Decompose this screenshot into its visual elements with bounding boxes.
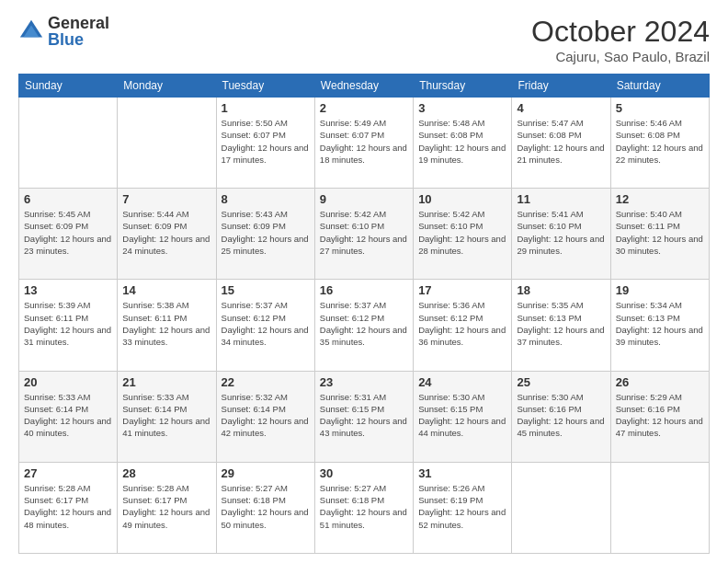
day-info: Sunrise: 5:33 AMSunset: 6:14 PMDaylight:… bbox=[122, 391, 210, 440]
day-info: Sunrise: 5:50 AMSunset: 6:07 PMDaylight:… bbox=[222, 117, 310, 166]
day-number: 29 bbox=[222, 466, 310, 480]
week-row-4: 20 Sunrise: 5:33 AMSunset: 6:14 PMDaylig… bbox=[19, 371, 710, 462]
logo-icon bbox=[18, 18, 44, 44]
day-number: 24 bbox=[418, 375, 506, 389]
calendar-cell: 12 Sunrise: 5:40 AMSunset: 6:11 PMDaylig… bbox=[610, 189, 709, 280]
day-info: Sunrise: 5:27 AMSunset: 6:18 PMDaylight:… bbox=[222, 482, 310, 531]
calendar-cell: 10 Sunrise: 5:42 AMSunset: 6:10 PMDaylig… bbox=[414, 189, 512, 280]
day-info: Sunrise: 5:41 AMSunset: 6:10 PMDaylight:… bbox=[517, 208, 605, 257]
week-row-3: 13 Sunrise: 5:39 AMSunset: 6:11 PMDaylig… bbox=[19, 280, 710, 371]
month-title: October 2024 bbox=[531, 15, 710, 49]
day-info: Sunrise: 5:31 AMSunset: 6:15 PMDaylight:… bbox=[320, 391, 408, 440]
week-row-5: 27 Sunrise: 5:28 AMSunset: 6:17 PMDaylig… bbox=[19, 462, 710, 553]
day-info: Sunrise: 5:44 AMSunset: 6:09 PMDaylight:… bbox=[122, 208, 210, 257]
header-thursday: Thursday bbox=[414, 75, 512, 98]
day-info: Sunrise: 5:47 AMSunset: 6:08 PMDaylight:… bbox=[517, 117, 605, 166]
calendar-cell: 2 Sunrise: 5:49 AMSunset: 6:07 PMDayligh… bbox=[314, 98, 413, 189]
calendar-cell: 5 Sunrise: 5:46 AMSunset: 6:08 PMDayligh… bbox=[610, 98, 709, 189]
day-info: Sunrise: 5:37 AMSunset: 6:12 PMDaylight:… bbox=[320, 299, 408, 348]
calendar-cell: 16 Sunrise: 5:37 AMSunset: 6:12 PMDaylig… bbox=[314, 280, 413, 371]
calendar-cell: 8 Sunrise: 5:43 AMSunset: 6:09 PMDayligh… bbox=[216, 189, 314, 280]
day-number: 12 bbox=[616, 192, 704, 206]
logo-text: General Blue bbox=[48, 15, 109, 48]
header-saturday: Saturday bbox=[610, 75, 709, 98]
day-number: 3 bbox=[418, 101, 506, 115]
day-number: 26 bbox=[616, 375, 704, 389]
calendar-cell bbox=[512, 462, 610, 553]
title-block: October 2024 Cajuru, Sao Paulo, Brazil bbox=[531, 15, 710, 64]
calendar-cell: 20 Sunrise: 5:33 AMSunset: 6:14 PMDaylig… bbox=[19, 371, 118, 462]
weekday-header-row: Sunday Monday Tuesday Wednesday Thursday… bbox=[19, 75, 710, 98]
day-number: 1 bbox=[222, 101, 310, 115]
day-info: Sunrise: 5:40 AMSunset: 6:11 PMDaylight:… bbox=[616, 208, 704, 257]
day-number: 9 bbox=[320, 192, 408, 206]
calendar-cell: 11 Sunrise: 5:41 AMSunset: 6:10 PMDaylig… bbox=[512, 189, 610, 280]
calendar-cell bbox=[610, 462, 709, 553]
day-info: Sunrise: 5:38 AMSunset: 6:11 PMDaylight:… bbox=[122, 299, 210, 348]
day-info: Sunrise: 5:37 AMSunset: 6:12 PMDaylight:… bbox=[222, 299, 310, 348]
calendar-cell: 19 Sunrise: 5:34 AMSunset: 6:13 PMDaylig… bbox=[610, 280, 709, 371]
day-info: Sunrise: 5:34 AMSunset: 6:13 PMDaylight:… bbox=[616, 299, 704, 348]
day-number: 31 bbox=[418, 466, 506, 480]
calendar-cell: 25 Sunrise: 5:30 AMSunset: 6:16 PMDaylig… bbox=[512, 371, 610, 462]
day-number: 6 bbox=[24, 192, 112, 206]
header-friday: Friday bbox=[512, 75, 610, 98]
day-info: Sunrise: 5:28 AMSunset: 6:17 PMDaylight:… bbox=[24, 482, 112, 531]
calendar-cell: 6 Sunrise: 5:45 AMSunset: 6:09 PMDayligh… bbox=[19, 189, 118, 280]
day-info: Sunrise: 5:45 AMSunset: 6:09 PMDaylight:… bbox=[24, 208, 112, 257]
logo: General Blue bbox=[18, 15, 109, 48]
day-info: Sunrise: 5:29 AMSunset: 6:16 PMDaylight:… bbox=[616, 391, 704, 440]
header-tuesday: Tuesday bbox=[216, 75, 314, 98]
day-info: Sunrise: 5:48 AMSunset: 6:08 PMDaylight:… bbox=[418, 117, 506, 166]
calendar-cell: 23 Sunrise: 5:31 AMSunset: 6:15 PMDaylig… bbox=[314, 371, 413, 462]
calendar-cell: 24 Sunrise: 5:30 AMSunset: 6:15 PMDaylig… bbox=[414, 371, 512, 462]
calendar-cell bbox=[19, 98, 118, 189]
day-number: 10 bbox=[418, 192, 506, 206]
calendar-cell: 4 Sunrise: 5:47 AMSunset: 6:08 PMDayligh… bbox=[512, 98, 610, 189]
day-info: Sunrise: 5:30 AMSunset: 6:16 PMDaylight:… bbox=[517, 391, 605, 440]
week-row-1: 1 Sunrise: 5:50 AMSunset: 6:07 PMDayligh… bbox=[19, 98, 710, 189]
day-number: 18 bbox=[517, 283, 605, 297]
calendar-cell: 21 Sunrise: 5:33 AMSunset: 6:14 PMDaylig… bbox=[118, 371, 216, 462]
calendar-cell: 9 Sunrise: 5:42 AMSunset: 6:10 PMDayligh… bbox=[314, 189, 413, 280]
day-info: Sunrise: 5:35 AMSunset: 6:13 PMDaylight:… bbox=[517, 299, 605, 348]
header-wednesday: Wednesday bbox=[314, 75, 413, 98]
day-info: Sunrise: 5:28 AMSunset: 6:17 PMDaylight:… bbox=[122, 482, 210, 531]
day-info: Sunrise: 5:49 AMSunset: 6:07 PMDaylight:… bbox=[320, 117, 408, 166]
day-info: Sunrise: 5:27 AMSunset: 6:18 PMDaylight:… bbox=[320, 482, 408, 531]
calendar-cell: 15 Sunrise: 5:37 AMSunset: 6:12 PMDaylig… bbox=[216, 280, 314, 371]
day-number: 17 bbox=[418, 283, 506, 297]
calendar-table: Sunday Monday Tuesday Wednesday Thursday… bbox=[18, 74, 710, 554]
day-number: 30 bbox=[320, 466, 408, 480]
day-number: 16 bbox=[320, 283, 408, 297]
day-number: 23 bbox=[320, 375, 408, 389]
day-info: Sunrise: 5:36 AMSunset: 6:12 PMDaylight:… bbox=[418, 299, 506, 348]
header-sunday: Sunday bbox=[19, 75, 118, 98]
day-info: Sunrise: 5:30 AMSunset: 6:15 PMDaylight:… bbox=[418, 391, 506, 440]
day-number: 20 bbox=[24, 375, 112, 389]
calendar-cell: 13 Sunrise: 5:39 AMSunset: 6:11 PMDaylig… bbox=[19, 280, 118, 371]
day-number: 13 bbox=[24, 283, 112, 297]
day-info: Sunrise: 5:42 AMSunset: 6:10 PMDaylight:… bbox=[418, 208, 506, 257]
calendar-cell: 7 Sunrise: 5:44 AMSunset: 6:09 PMDayligh… bbox=[118, 189, 216, 280]
day-number: 8 bbox=[222, 192, 310, 206]
page-header: General Blue October 2024 Cajuru, Sao Pa… bbox=[18, 15, 710, 64]
day-info: Sunrise: 5:42 AMSunset: 6:10 PMDaylight:… bbox=[320, 208, 408, 257]
day-number: 25 bbox=[517, 375, 605, 389]
day-number: 7 bbox=[122, 192, 210, 206]
location: Cajuru, Sao Paulo, Brazil bbox=[531, 49, 710, 64]
day-info: Sunrise: 5:33 AMSunset: 6:14 PMDaylight:… bbox=[24, 391, 112, 440]
day-number: 27 bbox=[24, 466, 112, 480]
header-monday: Monday bbox=[118, 75, 216, 98]
logo-blue: Blue bbox=[48, 31, 109, 48]
calendar-cell: 17 Sunrise: 5:36 AMSunset: 6:12 PMDaylig… bbox=[414, 280, 512, 371]
day-number: 22 bbox=[222, 375, 310, 389]
calendar-cell: 22 Sunrise: 5:32 AMSunset: 6:14 PMDaylig… bbox=[216, 371, 314, 462]
day-number: 5 bbox=[616, 101, 704, 115]
logo-general: General bbox=[48, 15, 109, 31]
calendar-cell: 30 Sunrise: 5:27 AMSunset: 6:18 PMDaylig… bbox=[314, 462, 413, 553]
calendar-cell: 3 Sunrise: 5:48 AMSunset: 6:08 PMDayligh… bbox=[414, 98, 512, 189]
week-row-2: 6 Sunrise: 5:45 AMSunset: 6:09 PMDayligh… bbox=[19, 189, 710, 280]
calendar-cell: 29 Sunrise: 5:27 AMSunset: 6:18 PMDaylig… bbox=[216, 462, 314, 553]
day-number: 28 bbox=[122, 466, 210, 480]
